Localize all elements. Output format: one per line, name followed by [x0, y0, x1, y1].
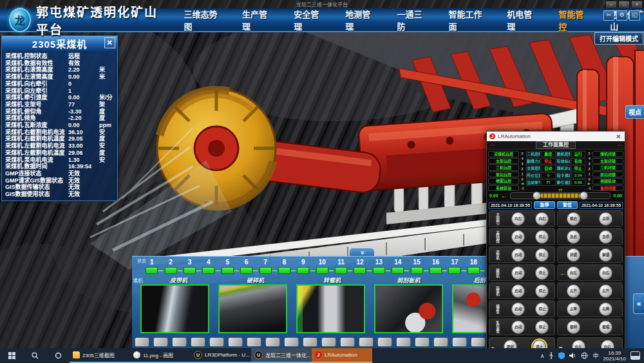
support-state-indicator[interactable]	[202, 267, 214, 274]
control-button[interactable]: 右降	[599, 302, 612, 316]
camera-thumbnail[interactable]	[218, 284, 287, 333]
taskbar-item[interactable]: JLRAutomation	[312, 348, 372, 363]
control-button[interactable]: 停止	[535, 302, 549, 316]
support-state-indicator[interactable]	[278, 267, 290, 274]
nav-item-地测管理[interactable]: 地测管理	[345, 8, 372, 32]
strip-thumbnail[interactable]	[359, 337, 374, 347]
strip-thumbnail[interactable]	[303, 337, 317, 347]
control-button[interactable]: 急停	[599, 230, 612, 244]
indicator-button[interactable]: 三机远控	[488, 164, 519, 171]
nav-item-安全管理[interactable]: 安全管理	[294, 8, 321, 32]
indicator-button[interactable]: 煤机闭锁	[592, 151, 623, 157]
taskbar-item[interactable]: 11.png - 画图	[130, 348, 191, 363]
nav-item-智能工作面[interactable]: 智能工作面	[449, 8, 483, 32]
resize-icon[interactable]: ◱	[629, 10, 640, 21]
support-state-indicator[interactable]	[222, 267, 234, 274]
camera-thumbnail[interactable]	[374, 284, 443, 333]
support-state-indicator[interactable]	[165, 267, 177, 274]
nav-item-机电管理[interactable]: 机电管理	[507, 8, 534, 32]
lra-title-bar[interactable]: J LRAutomation ✕	[487, 132, 625, 141]
control-button[interactable]: 停止	[535, 230, 549, 244]
strip-thumbnail[interactable]	[377, 337, 392, 347]
support-state-indicator[interactable]	[430, 267, 442, 274]
taskbar-item[interactable]: 2305三维截图	[70, 348, 130, 363]
control-button[interactable]: 启动	[511, 320, 525, 334]
support-state-indicator[interactable]	[316, 267, 328, 274]
estop-button[interactable]: 急停	[534, 201, 554, 209]
workface-control-tab[interactable]: 工作面集控	[536, 141, 576, 149]
control-button[interactable]: 停止	[535, 266, 549, 280]
support-state-indicator[interactable]	[373, 267, 385, 274]
strip-thumbnail[interactable]	[452, 337, 467, 347]
support-state-indicator[interactable]	[354, 267, 366, 274]
nav-item-智能管控[interactable]: 智能管控	[558, 8, 585, 32]
control-button[interactable]: 启动	[511, 302, 525, 316]
strip-thumbnail[interactable]	[153, 337, 168, 347]
control-button[interactable]: 向左	[511, 212, 525, 226]
gauge-knob-left[interactable]	[533, 191, 541, 200]
control-button[interactable]: 左降	[567, 302, 580, 316]
search-button[interactable]	[23, 348, 46, 363]
strip-thumbnail[interactable]	[340, 337, 355, 347]
control-button[interactable]: 闭锁	[567, 248, 580, 262]
speaker-icon[interactable]	[569, 352, 576, 359]
shield-icon[interactable]	[558, 352, 565, 359]
control-button[interactable]: 停止	[535, 248, 549, 262]
control-button[interactable]: 截伸	[567, 320, 580, 334]
nav-item-生产管理[interactable]: 生产管理	[242, 8, 269, 32]
strip-thumbnail[interactable]	[396, 337, 411, 347]
support-state-indicator[interactable]	[448, 267, 460, 274]
strip-thumbnail[interactable]	[209, 337, 224, 347]
strip-thumbnail[interactable]	[321, 337, 336, 347]
gauge-bar[interactable]: 77	[510, 192, 611, 199]
strip-thumbnail[interactable]	[247, 337, 261, 347]
support-state-indicator[interactable]	[468, 267, 480, 274]
indicator-button[interactable]: 急停闭锁	[592, 185, 623, 191]
control-button[interactable]: 启动	[511, 266, 525, 280]
control-button[interactable]: 启动	[511, 248, 525, 262]
gear-icon[interactable]: ⚙	[616, 10, 627, 21]
taskbar-item[interactable]: U龙软二三维一体化...	[251, 348, 312, 363]
control-button[interactable]: 右升	[599, 284, 612, 298]
indicator-button[interactable]: 系统联动	[488, 185, 519, 191]
indicator-button[interactable]: 三机闭锁	[592, 164, 623, 171]
strip-thumbnail[interactable]	[415, 337, 430, 347]
machine-panel-close-icon[interactable]: ✕	[104, 37, 115, 48]
notification-center-icon[interactable]	[630, 351, 640, 360]
control-button[interactable]: 向右	[599, 266, 612, 280]
indicator-button[interactable]: 支架闭锁	[592, 158, 623, 164]
strip-thumbnail[interactable]	[172, 337, 187, 347]
strip-thumbnail[interactable]	[471, 337, 486, 347]
indicator-button[interactable]: 支架远控	[488, 158, 519, 164]
control-button[interactable]: 向右	[535, 212, 549, 226]
nav-item-一通三防[interactable]: 一通三防	[397, 8, 424, 32]
control-button[interactable]: 急启	[567, 230, 580, 244]
strip-thumbnail[interactable]	[191, 337, 205, 347]
indicator-button[interactable]: 采煤机远控	[488, 151, 519, 157]
support-state-indicator[interactable]	[335, 267, 347, 274]
network-globe-icon[interactable]	[581, 352, 588, 359]
control-button[interactable]: 解锁	[599, 248, 612, 262]
viewpoint-tab[interactable]: 视点	[625, 105, 644, 119]
support-state-indicator[interactable]	[297, 267, 309, 274]
control-button[interactable]: 顺启	[567, 212, 580, 226]
strip-thumbnail[interactable]	[433, 337, 448, 347]
control-button[interactable]: 总停	[599, 212, 612, 226]
support-state-indicator[interactable]	[260, 267, 272, 274]
support-state-indicator[interactable]	[392, 267, 404, 274]
tray-expand-icon[interactable]: ∧	[540, 353, 545, 359]
taskbar-item[interactable]: ULR3DPlatform - U...	[191, 348, 251, 363]
open-edit-mode-button[interactable]: 打开编辑模式	[594, 32, 643, 44]
control-button[interactable]: 启动	[511, 230, 525, 244]
support-state-indicator[interactable]	[411, 267, 423, 274]
indicator-button[interactable]: 泵站远控	[488, 172, 519, 178]
control-button[interactable]: 向左	[567, 266, 580, 280]
control-button[interactable]: 左升	[567, 284, 580, 298]
control-button[interactable]: 停止	[535, 284, 549, 298]
usb-icon[interactable]	[549, 352, 554, 359]
clock[interactable]: 16:39 2021/4/10	[603, 350, 626, 362]
collapse-panel-tab[interactable]: «	[633, 293, 644, 314]
strip-thumbnail[interactable]	[135, 337, 149, 347]
indicator-button[interactable]: 泵站闭锁	[592, 172, 623, 178]
support-state-indicator[interactable]	[184, 267, 196, 274]
